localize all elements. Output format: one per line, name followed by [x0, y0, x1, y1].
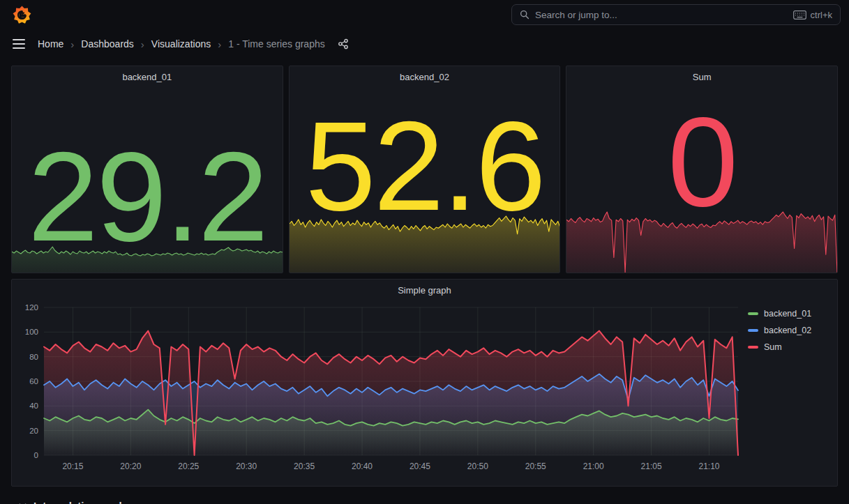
chevron-right-icon: › [218, 39, 221, 49]
svg-text:20:20: 20:20 [120, 461, 141, 471]
top-navigation-bar: Search or jump to... ctrl+k [0, 0, 849, 29]
series-color-dash [748, 312, 758, 315]
svg-text:21:00: 21:00 [583, 461, 604, 471]
stat-value: 0 [566, 87, 837, 210]
stat-panel-sum: Sum 0 [566, 66, 838, 273]
time-series-chart: 02040608010012020:1520:2020:2520:3020:35… [16, 300, 745, 478]
panel-title[interactable]: backend_01 [12, 66, 283, 87]
graph-body: 02040608010012020:1520:2020:2520:3020:35… [12, 300, 837, 486]
breadcrumb-bar: Home › Dashboards › Visualizations › 1 -… [0, 29, 849, 59]
time-series-panel-simple-graph: Simple graph 02040608010012020:1520:2020… [11, 279, 838, 487]
svg-text:100: 100 [25, 328, 38, 336]
panel-title[interactable]: Sum [566, 66, 837, 87]
search-placeholder: Search or jump to... [535, 10, 788, 20]
legend-item-backend-01[interactable]: backend_01 [748, 309, 832, 319]
stat-panel-row: backend_01 29.2 backend_02 52.6 Sum 0 [11, 66, 838, 273]
svg-text:40: 40 [29, 402, 38, 410]
stat-value: 52.6 [290, 87, 560, 214]
breadcrumb-dashboards[interactable]: Dashboards [81, 38, 134, 49]
row-title: Interpolation modes [33, 500, 133, 504]
series-color-dash [748, 346, 758, 349]
breadcrumb-current-page: 1 - Time series graphs [228, 38, 325, 49]
svg-text:20:35: 20:35 [294, 461, 315, 471]
stat-panel-backend-01: backend_01 29.2 [11, 66, 283, 273]
share-dashboard-button[interactable] [338, 38, 349, 49]
chart-legend: backend_01 backend_02 Sum [745, 309, 832, 486]
time-series-plot-area[interactable]: 02040608010012020:1520:2020:2520:3020:35… [16, 300, 745, 486]
search-shortcut: ctrl+k [793, 10, 832, 20]
shortcut-label: ctrl+k [811, 10, 832, 20]
stat-panel-backend-02: backend_02 52.6 [289, 66, 561, 273]
svg-text:60: 60 [29, 377, 38, 385]
legend-label: backend_01 [764, 309, 811, 319]
series-color-dash [748, 329, 758, 332]
keyboard-icon [793, 10, 806, 20]
svg-text:20:55: 20:55 [525, 461, 546, 471]
svg-text:21:05: 21:05 [641, 461, 662, 471]
svg-text:80: 80 [29, 353, 38, 361]
dashboard-canvas: backend_01 29.2 backend_02 52.6 Sum 0 Si… [0, 59, 849, 504]
svg-text:21:10: 21:10 [699, 461, 720, 471]
search-icon [520, 10, 529, 20]
svg-text:20:15: 20:15 [62, 461, 83, 471]
stat-sparkline [290, 214, 560, 273]
legend-item-backend-02[interactable]: backend_02 [748, 326, 832, 335]
svg-text:20:50: 20:50 [467, 461, 488, 471]
svg-text:0: 0 [34, 451, 38, 459]
legend-label: backend_02 [764, 326, 811, 335]
svg-text:20: 20 [29, 427, 38, 435]
share-nodes-icon [338, 38, 349, 49]
stat-sparkline [12, 245, 283, 273]
svg-text:120: 120 [25, 303, 38, 312]
legend-label: Sum [764, 342, 782, 352]
svg-text:20:25: 20:25 [178, 461, 199, 471]
svg-text:20:40: 20:40 [352, 461, 373, 471]
svg-text:20:45: 20:45 [410, 461, 430, 471]
stat-value: 29.2 [12, 87, 283, 245]
dashboard-row-interpolation-modes[interactable]: Interpolation modes [11, 495, 838, 504]
grafana-logo[interactable] [11, 4, 32, 25]
breadcrumb-home[interactable]: Home [38, 38, 63, 49]
chevron-right-icon: › [70, 39, 74, 49]
panel-title[interactable]: Simple graph [12, 280, 837, 300]
chevron-right-icon: › [141, 39, 144, 49]
search-input[interactable]: Search or jump to... ctrl+k [511, 4, 841, 25]
panel-title[interactable]: backend_02 [290, 66, 560, 87]
stat-sparkline [566, 210, 837, 273]
grafana-flame-icon [13, 6, 31, 24]
svg-text:20:30: 20:30 [236, 461, 257, 471]
legend-item-sum[interactable]: Sum [748, 342, 832, 352]
breadcrumb-visualizations[interactable]: Visualizations [151, 38, 211, 49]
menu-toggle-button[interactable] [11, 38, 27, 50]
breadcrumb: Home › Dashboards › Visualizations › 1 -… [38, 38, 325, 49]
chevron-down-icon [18, 501, 27, 504]
hamburger-icon [13, 39, 25, 40]
